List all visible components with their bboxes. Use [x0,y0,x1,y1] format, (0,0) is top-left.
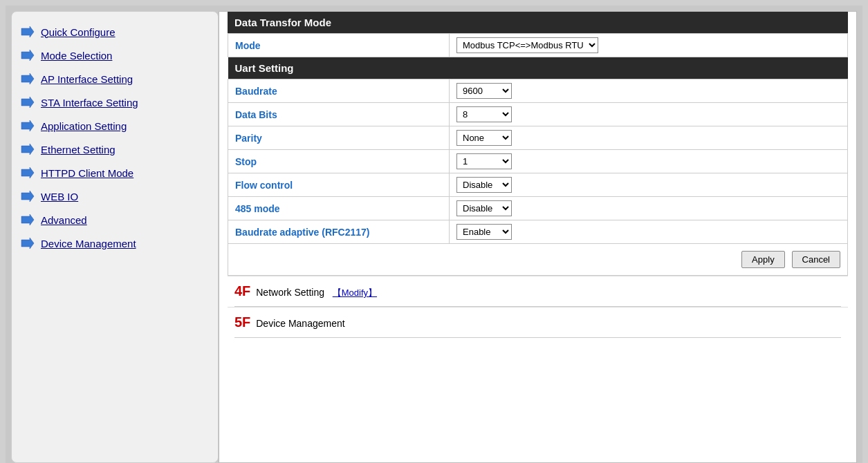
device-section: 5F Device Management [228,307,848,337]
svg-marker-2 [21,73,34,84]
svg-marker-6 [21,167,34,178]
arrow-icon [20,49,35,62]
network-label: Network Setting [256,287,324,298]
arrow-icon [20,237,35,249]
svg-marker-9 [21,238,34,249]
stop-value[interactable]: 1 2 [450,150,848,173]
sidebar-link-quick-configure[interactable]: Quick Configure [41,26,116,38]
sidebar-link-web-io[interactable]: WEB IO [41,191,78,202]
sidebar-link-device-management[interactable]: Device Management [41,238,136,249]
data-transfer-header: Data Transfor Mode [228,12,848,33]
sidebar-link-sta-interface-setting[interactable]: STA Interface Setting [41,97,138,108]
parity-select[interactable]: None Odd Even [456,130,512,146]
arrow-icon [20,190,35,202]
svg-marker-7 [21,191,34,202]
button-row: Apply Cancel [228,244,848,276]
sidebar-item-web-io[interactable]: WEB IO [19,187,211,205]
arrow-icon [20,143,35,155]
sidebar-item-mode-selection[interactable]: Mode Selection [19,46,211,64]
baudrate-adaptive-select[interactable]: Enable Disable [456,224,512,240]
sidebar-item-quick-configure[interactable]: Quick Configure [19,23,211,41]
arrow-icon [20,73,35,85]
mode-value[interactable]: Modbus TCP<=>Modbus RTU [450,34,848,57]
sidebar: Quick Configure Mode Selection AP Interf… [11,11,219,463]
svg-marker-5 [21,144,34,155]
sidebar-item-httpd-client-mode[interactable]: HTTPD Client Mode [19,164,211,182]
arrow-icon [20,120,35,132]
data-transfer-table: Data Transfor Mode [228,12,848,33]
arrow-icon [20,214,35,226]
svg-marker-1 [21,50,34,61]
mode-row-table: Mode Modbus TCP<=>Modbus RTU [228,33,848,57]
baudrate-label: Baudrate [228,79,450,103]
flow-control-value[interactable]: Disable Enable [450,173,848,197]
flow-control-select[interactable]: Disable Enable [456,177,512,193]
sidebar-link-application-setting[interactable]: Application Setting [41,120,127,132]
parity-label: Parity [228,126,450,150]
data-bits-select[interactable]: 8 7 6 5 [456,106,512,122]
sidebar-item-device-management[interactable]: Device Management [19,234,211,252]
485-mode-value[interactable]: Disable Enable [450,197,848,220]
baudrate-adaptive-label: Baudrate adaptive (RFC2117) [228,220,450,244]
sidebar-link-httpd-client-mode[interactable]: HTTPD Client Mode [41,167,133,179]
stop-label: Stop [228,150,450,173]
sidebar-link-mode-selection[interactable]: Mode Selection [41,50,112,62]
svg-marker-4 [21,120,34,131]
svg-marker-3 [21,97,34,108]
apply-button[interactable]: Apply [741,251,785,268]
sidebar-item-ethernet-setting[interactable]: Ethernet Setting [19,140,211,158]
baudrate-adaptive-value[interactable]: Enable Disable [450,220,848,244]
sidebar-item-sta-interface-setting[interactable]: STA Interface Setting [19,93,211,111]
section-divider-2 [234,337,841,338]
device-step: 5F [234,314,250,330]
arrow-icon [20,96,35,108]
stop-select[interactable]: 1 2 [456,153,512,169]
485-mode-label: 485 mode [228,197,450,220]
device-label: Device Management [256,318,344,329]
flow-control-label: Flow control [228,173,450,197]
sidebar-link-ap-interface-setting[interactable]: AP Interface Setting [41,73,133,85]
arrow-icon [20,167,35,179]
sidebar-link-ethernet-setting[interactable]: Ethernet Setting [41,144,116,155]
network-modify-link[interactable]: 【Modify】 [333,287,377,298]
app-container: Quick Configure Mode Selection AP Interf… [6,6,862,463]
sidebar-link-advanced[interactable]: Advanced [41,214,87,226]
baudrate-select[interactable]: 9600 1200 2400 4800 19200 38400 57600 11… [456,83,512,99]
mode-select[interactable]: Modbus TCP<=>Modbus RTU [456,37,598,53]
cancel-button[interactable]: Cancel [792,251,840,268]
data-bits-label: Data Bits [228,103,450,126]
parity-value[interactable]: None Odd Even [450,126,848,150]
network-section: 4F Network Setting 【Modify】 [228,276,848,306]
sidebar-item-ap-interface-setting[interactable]: AP Interface Setting [19,70,211,88]
sidebar-item-application-setting[interactable]: Application Setting [19,117,211,135]
arrow-icon [20,26,35,38]
485-mode-select[interactable]: Disable Enable [456,200,512,216]
baudrate-value[interactable]: 9600 1200 2400 4800 19200 38400 57600 11… [450,79,848,103]
main-content: Data Transfor Mode Mode Modbus TCP<=>Mod… [219,11,857,463]
svg-marker-0 [21,26,34,37]
uart-header: Uart Setting [228,57,848,79]
mode-label: Mode [228,34,450,57]
data-bits-value[interactable]: 8 7 6 5 [450,103,848,126]
sidebar-item-advanced[interactable]: Advanced [19,211,211,229]
network-step: 4F [234,283,250,299]
uart-table: Uart Setting Baudrate 9600 1200 2400 480… [228,57,848,276]
svg-marker-8 [21,214,34,225]
